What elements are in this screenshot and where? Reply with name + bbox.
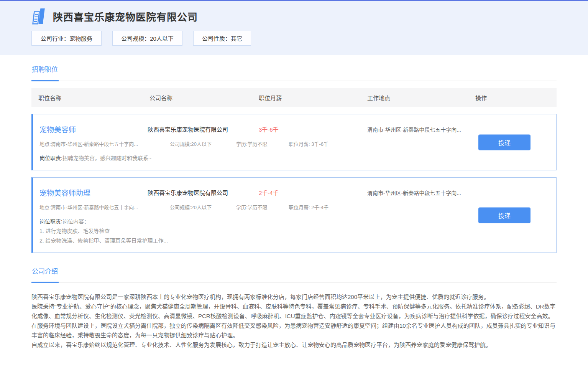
duty-text: 岗位内容： [62,218,89,224]
intro-section-header: 公司介绍 [31,266,557,283]
col-location: 工作地点 [367,94,475,102]
meta-education: 学历:学历不限 [236,203,289,211]
job-title-link[interactable]: 宠物美容师助理 [39,187,148,198]
duty-line: 1. 进行宠物皮肤、毛发等检查 [39,226,556,236]
col-salary: 职位月薪 [259,94,367,102]
job-company: 陕西喜宝乐康宠物医院有限公司 [148,125,259,133]
jobs-section-header: 招聘职位 [31,64,557,81]
col-action: 操作 [475,94,557,102]
intro-section-title: 公司介绍 [31,266,59,283]
col-job-title: 职位名称 [38,94,149,102]
meta-address: 地点:渭南市-华州区-新秦路中段七五十字向... [39,140,170,147]
meta-education: 学历:学历不限 [236,140,289,147]
duty-label: 岗位职责: [39,218,62,224]
job-salary: 2千-4千 [259,188,367,196]
page: 陕西喜宝乐康宠物医院有限公司 公司行业：宠物服务 公司规模：20人以下 公司性质… [0,0,588,373]
duty-line: 2. 给宠物洗澡、修剪指甲、清理耳朵等日常护理工作... [39,236,556,246]
job-title-link[interactable]: 宠物美容师 [39,124,148,134]
job-duty: 岗位职责:招聘宠物美容，感兴趣随时和我联系~ [39,153,556,163]
duty-text: 招聘宠物美容，感兴趣随时和我联系~ [62,155,151,161]
company-header: 陕西喜宝乐康宠物医院有限公司 公司行业：宠物服务 公司规模：20人以下 公司性质… [0,1,588,55]
company-intro-text: 陕西喜宝乐康宠物医院有限公司是一家深耕陕西本土的专业化宠物医疗机构，现拥有两家标… [31,292,557,350]
company-name-title: 陕西喜宝乐康宠物医院有限公司 [53,9,198,23]
meta-salary: 职位月薪: 3千-6千 [289,140,328,147]
meta-company-scale: 公司规模:20人以下 [170,140,236,147]
meta-company-scale: 公司规模:20人以下 [170,203,236,211]
tag-industry: 公司行业：宠物服务 [31,31,102,46]
company-building-icon [31,8,48,25]
jobs-section-title: 招聘职位 [31,64,59,81]
job-salary: 3千-6千 [259,125,367,133]
apply-button[interactable]: 投递 [478,207,531,223]
job-card-groomer: 宠物美容师 陕西喜宝乐康宠物医院有限公司 3千-6千 渭南市-华州区-新秦路中段… [31,114,557,170]
intro-paragraph: 在服务环境与团队建设上，医院设立犬猫分离住院部，独立的传染病隔离区有效降低交叉感… [31,321,557,340]
col-company: 公司名称 [149,94,259,102]
intro-paragraph: 医院秉持"专业护航、爱心守护"的核心理念，聚焦犬猫健康全周期管理，开设骨科、血液… [31,302,557,321]
tag-scale: 公司规模：20人以下 [112,31,182,46]
intro-paragraph: 陕西喜宝乐康宠物医院有限公司是一家深耕陕西本土的专业化宠物医疗机构，现拥有两家标… [31,292,557,302]
job-location: 渭南市-华州区-新秦路中段七五十字向... [367,189,556,196]
job-company: 陕西喜宝乐康宠物医院有限公司 [148,188,259,196]
tag-nature: 公司性质：其它 [193,31,251,46]
meta-salary: 职位月薪: 2千-4千 [289,203,328,211]
job-location: 渭南市-华州区-新秦路中段七五十字向... [367,125,556,133]
duty-label: 岗位职责: [39,155,62,161]
company-tags: 公司行业：宠物服务 公司规模：20人以下 公司性质：其它 [31,31,557,46]
jobs-table-header: 职位名称 公司名称 职位月薪 工作地点 操作 [31,88,557,107]
intro-paragraph: 自成立以来，喜宝乐康始终以规范化管理、专业化技术、人性化服务为发展核心，致力于打… [31,340,557,350]
job-card-groomer-assistant: 宠物美容师助理 陕西喜宝乐康宠物医院有限公司 2千-4千 渭南市-华州区-新秦路… [31,177,557,253]
meta-address: 地点:渭南市-华州区-新秦路中段七五十字向... [39,203,170,211]
apply-button[interactable]: 投递 [478,134,531,150]
